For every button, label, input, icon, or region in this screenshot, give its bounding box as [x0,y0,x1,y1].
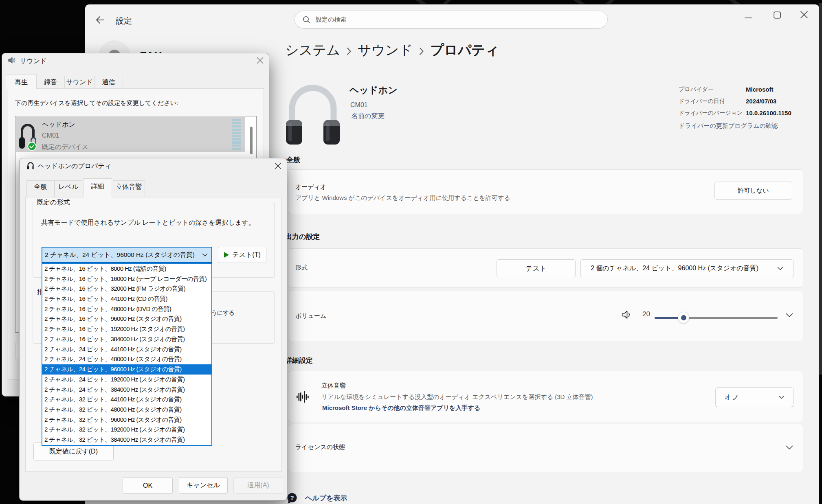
prop-tab-general[interactable]: 全般 [26,180,55,197]
svg-text:?: ? [290,494,294,501]
format-dropdown-item[interactable]: 2 チャネル、24 ビット、384000 Hz (スタジオの音質) [42,385,211,395]
format-dropdown-item[interactable]: 2 チャネル、32 ビット、48000 Hz (スタジオの音質) [42,405,211,415]
section-output: 出力の設定 [285,232,320,241]
format-combobox[interactable]: 2 個のチャネル、24 ビット、96000 Hz (スタジオの音質) [580,259,793,277]
driver-row: ドライバーの日付 2024/07/03 [679,98,791,110]
prop-dialog-close-icon[interactable] [274,162,282,171]
breadcrumb: システム サウンド プロパティ [285,41,499,59]
sound-instruction: 下の再生デバイスを選択してその設定を変更してください: [15,99,178,107]
chevron-down-icon [202,253,211,257]
test-button-label: テスト(T) [232,251,261,259]
format-dropdown-item[interactable]: 2 チャネル、32 ビット、192000 Hz (スタジオの音質) [42,425,211,435]
driver-label: プロバイダー [679,86,746,98]
tab-label: 再生 [15,78,28,87]
format-combobox32-value: 2 チャネル、24 ビット、96000 Hz (スタジオの音質) [42,251,195,259]
prop-dialog-title: ヘッドホンのプロパティ [38,162,111,171]
prop-dialog-icon [26,162,35,171]
format-dropdown-item[interactable]: 2 チャネル、16 ビット、96000 Hz (スタジオの音質) [42,314,211,324]
sound-tab-communications[interactable]: 通信 [94,76,123,89]
apply-button[interactable]: 適用(A) [233,477,283,494]
license-card[interactable]: ライセンスの状態 [288,424,803,472]
default-format-legend: 既定の形式 [35,198,72,207]
format-combobox-value: 2 個のチャネル、24 ビット、96000 Hz (スタジオの音質) [591,264,758,273]
format-combobox32[interactable]: 2 チャネル、24 ビット、96000 Hz (スタジオの音質) [42,247,212,263]
license-card-label: ライセンスの状態 [295,443,345,451]
maximize-button[interactable] [773,11,781,19]
chevron-right-icon [419,45,424,56]
format-card: 形式 テスト 2 個のチャネル、24 ビット、96000 Hz (スタジオの音質… [288,248,803,288]
search-input[interactable]: 設定の検索 [295,11,608,28]
spatial-card-title: 立体音響 [321,382,346,390]
prop-tab-levels[interactable]: レベル [55,180,82,197]
volume-expand-chevron[interactable] [786,312,793,319]
format-dropdown-item[interactable]: 2 チャネル、16 ビット、8000 Hz (電話の音質) [42,264,211,274]
headphone-properties-dialog: ヘッドホンのプロパティ 全般 レベル 詳細 立体音響 既定の形式 共有モードで使… [19,158,287,501]
spatial-card-description: リアルな環境をシミュレートする没入型のオーディオ エクスペリエンスを選択する (… [321,393,593,401]
format-dropdown-item[interactable]: 2 チャネル、16 ビット、384000 Hz (スタジオの音質) [42,334,211,344]
audio-card: オーディオ アプリと Windows がこのデバイスをオーディオ用に使用すること… [288,169,803,214]
headphone-illustration [285,80,341,146]
driver-update-link[interactable]: ドライバーの更新プログラムの確認 [679,122,778,130]
store-link[interactable]: Microsoft Store からその他の立体音響アプリを入手する [322,404,480,412]
format-dropdown-item[interactable]: 2 チャネル、24 ビット、44100 Hz (スタジオの音質) [42,344,211,355]
driver-label: ドライバーの日付 [679,98,746,110]
help-icon: ? [286,493,297,504]
format-dropdown-item[interactable]: 2 チャネル、32 ビット、384000 Hz (スタジオの音質) [42,435,211,445]
prop-tab-spatial[interactable]: 立体音響 [113,180,145,197]
license-expand-chevron[interactable] [786,444,793,451]
tab-label: レベル [58,183,78,191]
sound-dialog-icon [8,56,16,66]
format-dropdown-item[interactable]: 2 チャネル、16 ビット、32000 Hz (FM ラジオの音質) [42,284,211,294]
tab-label: 詳細 [91,182,104,191]
sound-tab-sounds[interactable]: サウンド [65,76,94,89]
tab-label: 通信 [102,78,115,87]
device-name: ヘッドホン [349,84,398,96]
help-link[interactable]: ヘルプを表示 [305,493,347,503]
format-dropdown-item[interactable]: 2 チャネル、16 ビット、48000 Hz (DVD の音質) [42,304,211,314]
format-dropdown-item[interactable]: 2 チャネル、16 ビット、16000 Hz (テープ レコーダーの音質) [42,274,211,284]
list-scrollbar-thumb[interactable] [250,127,253,154]
breadcrumb-sound[interactable]: サウンド [358,41,413,59]
device-list-item[interactable]: ヘッドホン CM01 既定のデバイス [16,117,245,152]
format-dropdown-list[interactable]: 2 チャネル、16 ビット、8000 Hz (電話の音質)2 チャネル、16 ビ… [42,263,212,446]
section-general: 全般 [286,155,300,164]
breadcrumb-system[interactable]: システム [285,41,340,59]
driver-info: プロバイダー Microsoft ドライバーの日付 2024/07/03 ドライ… [679,86,791,121]
prop-tab-advanced[interactable]: 詳細 [83,178,112,197]
test-button32[interactable]: テスト(T) [218,247,266,263]
wallpaper-streak [819,3,822,375]
format-dropdown-item[interactable]: 2 チャネル、32 ビット、96000 Hz (スタジオの音質) [42,415,211,425]
test-button[interactable]: テスト [497,259,576,277]
default-device-check-icon [27,142,37,153]
disallow-button[interactable]: 許可しない [714,182,792,199]
volume-slider-thumb[interactable] [678,312,689,323]
search-placeholder: 設定の検索 [316,16,346,24]
sound-tab-playback[interactable]: 再生 [6,74,37,89]
back-button[interactable] [96,16,104,24]
tab-label: サウンド [66,78,93,87]
spatial-combobox[interactable]: オフ [715,387,793,407]
tab-label: 立体音響 [116,183,142,191]
driver-value: 2024/07/03 [746,98,791,110]
driver-label: ドライバーのバージョン [679,110,746,121]
audio-card-description: アプリと Windows がこのデバイスをオーディオ用に使用することを許可する [295,194,510,202]
format-dropdown-item[interactable]: 2 チャネル、16 ビット、192000 Hz (スタジオの音質) [42,324,211,334]
format-dropdown-item[interactable]: 2 チャネル、16 ビット、44100 Hz (CD の音質) [42,294,211,304]
minimize-button[interactable] [744,14,752,22]
format-dropdown-item[interactable]: 2 チャネル、24 ビット、96000 Hz (スタジオの音質) [42,364,211,375]
help-row[interactable]: ? ヘルプを表示 [286,493,347,504]
ok-button[interactable]: OK [123,477,173,494]
format-dropdown-item[interactable]: 2 チャネル、32 ビット、44100 Hz (スタジオの音質) [42,394,211,405]
driver-row: プロバイダー Microsoft [679,86,791,98]
format-dropdown-item[interactable]: 2 チャネル、24 ビット、192000 Hz (スタジオの音質) [42,375,211,385]
rename-link[interactable]: 名前の変更 [352,112,384,121]
cancel-button[interactable]: キャンセル [179,477,228,494]
close-button[interactable] [800,11,808,19]
format-dropdown-item[interactable]: 2 チャネル、24 ビット、48000 Hz (スタジオの音質) [42,354,211,364]
sound-tab-recording[interactable]: 録音 [36,76,65,89]
sound-dialog-close-icon[interactable] [256,57,264,66]
section-advanced: 詳細設定 [285,356,313,365]
speaker-icon[interactable] [622,309,633,322]
format-card-label: 形式 [295,264,308,272]
device-item-status: 既定のデバイス [42,143,88,151]
